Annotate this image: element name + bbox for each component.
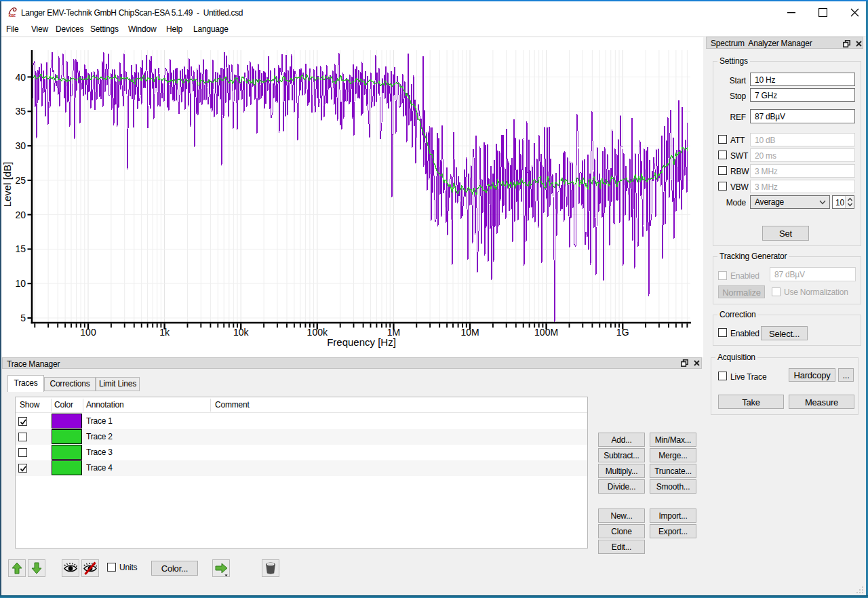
svg-text:100: 100 (80, 327, 96, 338)
svg-text:10: 10 (15, 278, 26, 289)
svg-text:1G: 1G (616, 327, 629, 338)
svg-text:1k: 1k (159, 327, 170, 338)
svg-text:25: 25 (15, 175, 26, 186)
svg-text:35: 35 (15, 106, 26, 117)
svg-text:100M: 100M (534, 327, 558, 338)
svg-text:15: 15 (15, 243, 26, 254)
svg-text:20: 20 (15, 210, 26, 220)
svg-text:40: 40 (15, 72, 26, 83)
svg-text:Frequency [Hz]: Frequency [Hz] (327, 336, 396, 348)
svg-text:5: 5 (20, 313, 26, 323)
svg-text:10k: 10k (233, 327, 250, 338)
svg-text:100k: 100k (307, 327, 328, 338)
svg-text:KBE: KBE (9, 14, 16, 18)
svg-text:30: 30 (15, 140, 26, 151)
svg-text:10M: 10M (460, 327, 479, 338)
svg-text:Level [dB]: Level [dB] (1, 162, 13, 207)
